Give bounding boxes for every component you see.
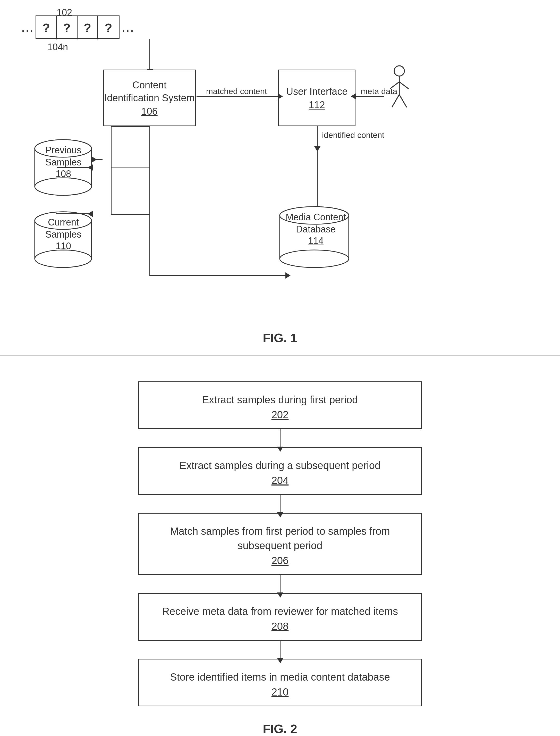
fig2-diagram: Extract samples during first period 202 … — [0, 355, 560, 736]
flow-step-210: Store identified items in media content … — [138, 659, 422, 706]
svg-line-4 — [392, 95, 399, 107]
fig1-caption: FIG. 1 — [263, 331, 297, 345]
flowchart: Extract samples during first period 202 … — [0, 371, 560, 706]
ui-title: User Interface — [286, 85, 348, 98]
flow-num-208: 208 — [271, 621, 289, 632]
flow-step-204: Extract samples during a subsequent peri… — [138, 447, 422, 495]
flow-text-206: Match samples from first period to sampl… — [147, 524, 413, 553]
flow-arrow-3 — [280, 575, 281, 593]
tape-cell: ? — [36, 16, 57, 39]
flow-num-210: 210 — [271, 686, 289, 698]
flow-text-210: Store identified items in media content … — [170, 670, 390, 684]
tape-cell: ? — [78, 16, 98, 39]
arrow-ui-down — [317, 126, 318, 147]
svg-line-5 — [399, 95, 407, 107]
tape-cell: ? — [98, 16, 119, 39]
line-cis-left-v — [111, 126, 112, 214]
flow-arrow-2 — [280, 495, 281, 513]
flow-num-206: 206 — [271, 555, 289, 567]
prev-samples-label: Previous Samples 108 — [35, 144, 92, 179]
label-meta-data: meta data — [361, 87, 397, 96]
line-cis-left-h-mid — [111, 167, 149, 168]
ui-box: User Interface 112 — [278, 70, 355, 126]
cis-box: Content Identification System 106 — [103, 70, 196, 126]
label-identified-content: identified content — [322, 130, 384, 140]
flow-step-208: Receive meta data from reviewer for matc… — [138, 593, 422, 641]
stream-tape-container: … ? ? ? ? … — [21, 15, 134, 39]
stream-tape: ? ? ? ? — [36, 15, 120, 39]
ui-num: 112 — [309, 99, 325, 111]
arrow-stream-to-cis — [149, 39, 150, 70]
svg-point-22 — [280, 250, 349, 267]
svg-point-0 — [394, 66, 404, 76]
line-cis-down-horizontal — [149, 275, 286, 276]
media-db-label: Media Content Database 114 — [280, 211, 352, 246]
curr-samples-label: Current Samples 110 — [35, 216, 92, 251]
flow-arrow-1 — [280, 429, 281, 447]
svg-line-3 — [399, 82, 409, 89]
fig2-caption: FIG. 2 — [0, 722, 560, 736]
label-104n: 104n — [47, 42, 68, 53]
flow-text-204: Extract samples during a subsequent peri… — [180, 458, 380, 473]
line-cis-left-h-top — [111, 126, 149, 127]
tape-cell: ? — [57, 16, 78, 39]
cis-num: 106 — [141, 106, 157, 117]
label-matched-content: matched content — [206, 87, 267, 96]
flow-num-204: 204 — [271, 475, 289, 486]
flow-step-206: Match samples from first period to sampl… — [138, 513, 422, 575]
arrow-ui-down2 — [317, 147, 318, 206]
line-cis-left-h-bot — [111, 214, 149, 215]
svg-point-10 — [35, 178, 91, 195]
flow-text-202: Extract samples during first period — [202, 393, 358, 407]
flow-text-208: Receive meta data from reviewer for matc… — [162, 604, 398, 619]
line-cis-down — [149, 126, 150, 276]
flow-step-202: Extract samples during first period 202 — [138, 382, 422, 429]
svg-point-16 — [35, 250, 91, 267]
arrow-to-prev-tip — [92, 167, 93, 168]
cis-title: Content Identification System — [104, 79, 195, 104]
flow-arrow-4 — [280, 641, 281, 659]
flow-num-202: 202 — [271, 409, 289, 421]
stream-dots-right: … — [121, 19, 134, 35]
stream-dots-left: … — [21, 19, 34, 35]
fig1-diagram: 102 … ? ? ? ? … 104n Content Identificat… — [0, 0, 560, 355]
